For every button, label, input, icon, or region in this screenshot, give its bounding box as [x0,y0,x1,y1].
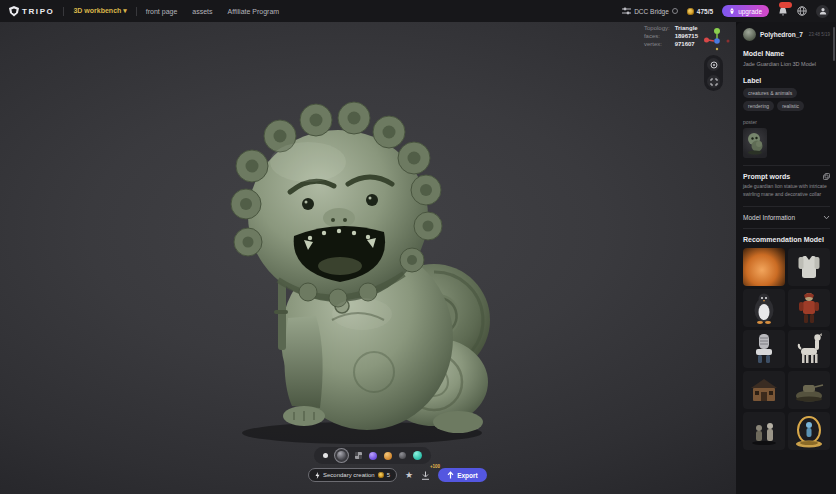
recommendation-card-two-figurines[interactable] [743,412,785,450]
reset-view-button[interactable] [707,58,720,71]
faces-value: 1896715 [675,33,698,39]
notification-badge [779,2,792,8]
material-purple-sphere[interactable] [369,452,377,460]
upgrade-button[interactable]: upgrade [722,5,769,17]
dcc-bridge-label: DCC Bridge [634,8,669,15]
topbar-right: DCC Bridge 475/5 upgrade [622,5,829,18]
account-avatar-button[interactable] [816,5,829,18]
scrollbar-thumb[interactable] [833,27,835,61]
author-avatar[interactable] [743,28,756,41]
topbar: TRIPO 3D workbench ▾ front page assets A… [0,0,836,22]
author-row[interactable]: Polyhedron_7 23:48 5/19 [743,28,830,41]
orbit-icon [710,61,718,69]
label-tags: creatures & animals rendering realistic [743,88,830,111]
material-teal-sphere[interactable] [413,451,422,460]
prompt-heading: Prompt words [743,173,790,180]
turbine-robot-image [750,332,778,366]
nav-assets[interactable]: assets [192,8,212,15]
download-icon [421,471,430,480]
model-name-heading: Model Name [743,50,830,57]
tag-rendering[interactable]: rendering [743,101,774,111]
jade-lion-model[interactable] [212,70,502,450]
action-bar: Secondary creation 5 ★ +100 Export [308,468,487,482]
lightning-icon [315,472,320,479]
credits-value: 475/5 [697,8,713,15]
tripo-logo[interactable]: TRIPO [9,6,54,17]
tank-image [792,376,826,404]
viewport-3d[interactable]: Topology: Triangle faces: 1896715 vertex… [0,22,736,494]
language-globe-icon[interactable] [797,6,807,16]
label-heading: Label [743,77,830,84]
nav-3d-workbench[interactable]: 3D workbench ▾ [73,7,126,15]
wireframe-toggle-icon[interactable] [355,452,362,459]
credits-counter[interactable]: 475/5 [687,8,713,15]
topology-label: Topology: [644,25,670,31]
material-light-dot[interactable] [323,453,328,458]
fit-view-button[interactable] [707,75,720,88]
two-figurines-image [748,416,780,446]
poster-lion-image [746,131,764,155]
divider [743,228,830,229]
author-name[interactable]: Polyhedron_7 [760,31,803,38]
white-jacket-image [794,251,824,283]
material-bar [314,447,431,464]
vertex-value: 971607 [675,41,698,47]
model-detail-sidebar: Polyhedron_7 23:48 5/19 Model Name Jade … [736,22,836,494]
favorite-star-button[interactable]: ★ [405,471,413,480]
download-button[interactable]: +100 [421,471,430,480]
export-button[interactable]: Export [438,468,487,482]
view-tools [704,55,723,91]
coin-icon [687,8,694,15]
fit-frame-icon [710,78,718,86]
axis-gizmo[interactable] [702,25,732,53]
model-stats: Topology: Triangle faces: 1896715 vertex… [644,25,698,47]
recommendation-heading: Recommendation Model [743,236,830,243]
recommendation-card-wooden-house[interactable] [743,371,785,409]
arrow-up-icon [447,471,454,479]
nav-affiliate-program[interactable]: Affiliate Program [228,8,280,15]
poster-label: poster [743,119,830,125]
secondary-creation-button[interactable]: Secondary creation 5 [308,468,397,482]
vertex-label: vertex: [644,41,670,47]
dcc-bridge-button[interactable]: DCC Bridge [622,7,678,15]
material-selected-sphere[interactable] [335,449,348,462]
recommendation-card-turbine-robot[interactable] [743,330,785,368]
model-information-toggle[interactable]: Model Information [743,214,830,221]
recommendation-card-penguin[interactable] [743,289,785,327]
export-label: Export [457,472,478,479]
red-warrior-image [795,291,823,325]
golden-ring-figure-image [793,414,825,448]
topology-value: Triangle [675,25,698,31]
poster-thumbnail[interactable] [743,128,767,158]
recommendation-card-tank[interactable] [788,371,830,409]
upgrade-label: upgrade [738,8,762,15]
tag-creatures-animals[interactable]: creatures & animals [743,88,797,98]
info-icon[interactable] [672,8,678,14]
divider [63,7,64,16]
prompt-text: jade guardian lion statue with intricate… [743,183,830,199]
recommendation-card-red-warrior[interactable] [788,289,830,327]
recommendation-card-white-dog[interactable] [788,330,830,368]
model-name-value: Jade Guardian Lion 3D Model [743,61,830,67]
recommendation-card-croissant[interactable] [743,248,785,286]
material-orange-sphere[interactable] [384,452,392,460]
divider [743,165,830,166]
person-icon [819,7,827,15]
penguin-image [749,291,779,325]
sliders-icon [622,7,631,15]
notifications-button[interactable] [778,6,788,17]
copy-icon[interactable] [823,173,830,180]
recommendation-card-golden-ring-figure[interactable] [788,412,830,450]
tag-realistic[interactable]: realistic [777,101,804,111]
secondary-creation-label: Secondary creation [323,472,375,478]
nav-front-page[interactable]: front page [146,8,178,15]
white-dog-image [794,332,824,366]
tripo-logo-icon [9,6,19,17]
rocket-icon [729,8,735,15]
secondary-creation-cost: 5 [387,472,390,478]
main-nav: front page assets Affiliate Program [146,8,279,15]
material-gray-sphere[interactable] [399,452,406,459]
divider [136,7,137,16]
recommendation-card-white-jacket[interactable] [788,248,830,286]
download-bonus-badge: +100 [430,464,440,469]
